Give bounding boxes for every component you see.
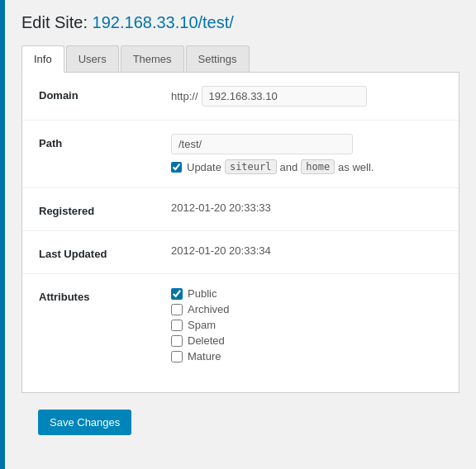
attribute-item-deleted: Deleted [171, 334, 442, 347]
attributes-checkbox-group: PublicArchivedSpamDeletedMature [171, 287, 442, 362]
siteurl-tag: siteurl [225, 159, 277, 174]
attribute-label-archived: Archived [188, 303, 230, 315]
site-url-link[interactable]: 192.168.33.10/test/ [93, 13, 234, 31]
path-field: Update siteurl and home as well. [171, 134, 442, 174]
attribute-checkbox-mature[interactable] [171, 351, 183, 362]
last-updated-label: Last Updated [39, 244, 171, 260]
and-text: and [280, 161, 298, 173]
update-text: Update [187, 161, 221, 173]
attribute-label-deleted: Deleted [188, 334, 225, 347]
attribute-item-archived: Archived [171, 303, 442, 315]
as-well-text: as well. [338, 161, 374, 173]
domain-prefix: http:// [171, 90, 198, 102]
attributes-row: Attributes PublicArchivedSpamDeletedMatu… [22, 274, 459, 376]
domain-field: http:// [171, 86, 442, 107]
attribute-checkbox-archived[interactable] [171, 304, 183, 315]
last-updated-field: 2012-01-20 20:33:34 [171, 244, 442, 257]
last-updated-row: Last Updated 2012-01-20 20:33:34 [22, 231, 459, 274]
domain-label: Domain [39, 86, 171, 102]
save-btn-area: Save Changes [21, 393, 459, 435]
tab-users[interactable]: Users [66, 45, 119, 72]
domain-row: Domain http:// [22, 73, 459, 121]
attribute-label-public: Public [188, 287, 217, 300]
attribute-label-spam: Spam [188, 319, 216, 331]
tab-info[interactable]: Info [21, 45, 64, 73]
registered-row: Registered 2012-01-20 20:33:33 [22, 188, 459, 231]
attribute-item-spam: Spam [171, 319, 442, 331]
attributes-label: Attributes [39, 287, 171, 303]
attributes-field: PublicArchivedSpamDeletedMature [171, 287, 442, 362]
save-changes-button[interactable]: Save Changes [38, 410, 131, 435]
home-tag: home [301, 159, 335, 174]
tab-themes[interactable]: Themes [121, 45, 184, 72]
attribute-item-public: Public [171, 287, 442, 300]
attribute-checkbox-spam[interactable] [171, 320, 183, 331]
update-siteurl-checkbox[interactable] [171, 162, 182, 173]
domain-input[interactable] [202, 86, 367, 107]
path-label: Path [39, 134, 171, 149]
tabs-nav: Info Users Themes Settings [21, 45, 459, 73]
tab-settings[interactable]: Settings [186, 45, 250, 72]
registered-field: 2012-01-20 20:33:33 [171, 201, 442, 214]
form-panel: Domain http:// Path Update siteurl and h… [21, 73, 459, 393]
last-updated-value: 2012-01-20 20:33:34 [171, 241, 271, 257]
registered-value: 2012-01-20 20:33:33 [171, 198, 271, 214]
attribute-checkbox-public[interactable] [171, 288, 183, 300]
attribute-item-mature: Mature [171, 350, 442, 362]
path-input[interactable] [171, 134, 353, 154]
left-accent-bar [0, 0, 5, 469]
page-title: Edit Site: 192.168.33.10/test/ [21, 13, 459, 32]
attribute-checkbox-deleted[interactable] [171, 335, 183, 347]
registered-label: Registered [39, 201, 171, 217]
attribute-label-mature: Mature [188, 350, 221, 362]
path-row: Path Update siteurl and home as well. [22, 121, 459, 188]
